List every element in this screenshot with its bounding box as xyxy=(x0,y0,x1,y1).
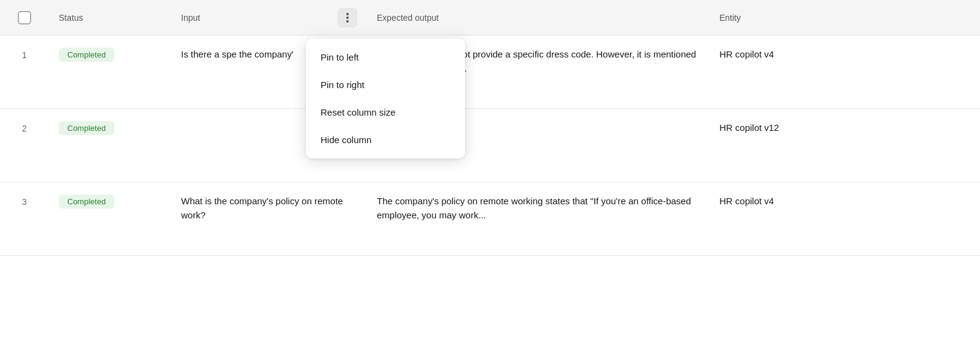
row-1-number: 1 xyxy=(22,50,27,60)
menu-item-hide-col[interactable]: Hide column xyxy=(306,126,465,154)
dot3 xyxy=(346,20,349,23)
row-3-input-text: What is the company's policy on remote w… xyxy=(181,195,357,222)
status-badge: Completed xyxy=(59,121,114,135)
header-input-label: Input xyxy=(181,13,338,23)
menu-item-pin-left[interactable]: Pin to left xyxy=(306,43,465,71)
row-3-expected-cell: The company's policy on remote working s… xyxy=(367,195,710,222)
row-3-input-cell: What is the company's policy on remote w… xyxy=(171,195,367,222)
row-2-number: 2 xyxy=(22,124,27,133)
row-1-status-cell: Completed xyxy=(49,48,171,62)
row-2-entity-cell: HR copilot v12 xyxy=(710,121,980,135)
status-badge: Completed xyxy=(59,195,114,209)
row-2-status-cell: Completed xyxy=(49,121,171,135)
row-1-entity-text: HR copilot v4 xyxy=(719,49,774,59)
table-header: Status Input Pin to left Pin to right Re… xyxy=(0,0,980,35)
header-entity: Entity xyxy=(710,13,980,23)
row-1-checkbox-cell: 1 xyxy=(0,48,49,60)
row-3-checkbox-cell: 3 xyxy=(0,195,49,207)
menu-item-reset-col[interactable]: Reset column size xyxy=(306,98,465,126)
row-3-entity-text: HR copilot v4 xyxy=(719,196,774,206)
row-3-number: 3 xyxy=(22,197,27,207)
header-expected-output: Expected output xyxy=(367,13,710,23)
row-1-entity-cell: HR copilot v4 xyxy=(710,48,980,62)
header-status: Status xyxy=(49,13,171,23)
row-2-entity-text: HR copilot v12 xyxy=(719,122,779,133)
row-3-status-cell: Completed xyxy=(49,195,171,209)
data-table: Status Input Pin to left Pin to right Re… xyxy=(0,0,980,356)
select-all-checkbox[interactable] xyxy=(18,11,31,24)
column-context-menu: Pin to left Pin to right Reset column si… xyxy=(306,39,465,158)
row-1-input-text: Is there a spe the company' xyxy=(181,48,294,62)
table-row: 3 Completed What is the company's policy… xyxy=(0,182,980,256)
select-all-checkbox-cell xyxy=(0,11,49,24)
menu-item-pin-right[interactable]: Pin to right xyxy=(306,71,465,98)
table-row: 1 Completed Is there a spe the company' … xyxy=(0,35,980,109)
row-3-entity-cell: HR copilot v4 xyxy=(710,195,980,209)
dot2 xyxy=(346,17,349,19)
row-3-expected-text: The company's policy on remote working s… xyxy=(377,196,691,220)
table-row: 2 Completed HR copilot v12 xyxy=(0,109,980,182)
status-badge: Completed xyxy=(59,48,114,62)
column-options-button[interactable] xyxy=(338,8,357,28)
row-2-checkbox-cell: 2 xyxy=(0,121,49,133)
dot1 xyxy=(346,13,349,15)
header-input-cell: Input Pin to left Pin to right Reset col… xyxy=(171,8,367,28)
